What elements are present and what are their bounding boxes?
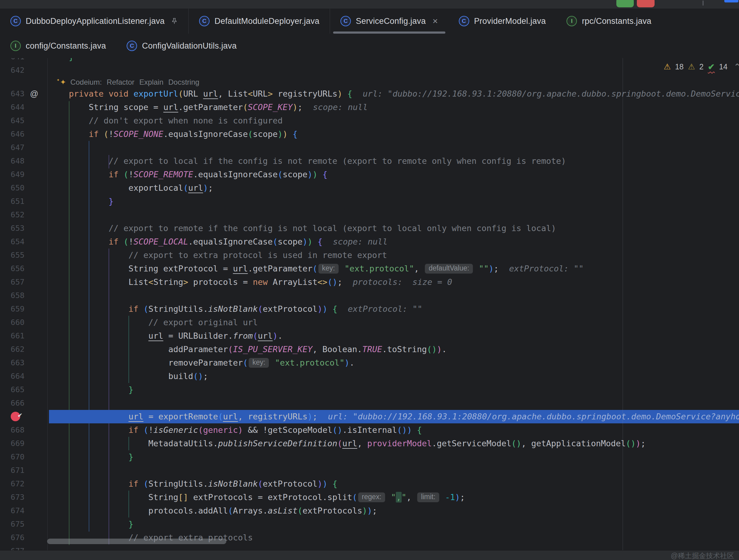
code-text[interactable]: List<String> protocols = new ArrayList<>… <box>49 275 739 289</box>
code-line[interactable]: 641 } <box>0 58 739 63</box>
code-editor[interactable]: 641 }642✦✦Codeium:RefactorExplainDocstri… <box>0 58 739 550</box>
line-number[interactable]: 645 <box>0 114 24 128</box>
line-number[interactable]: 676 <box>0 531 24 544</box>
gutter[interactable] <box>24 248 49 262</box>
ok-count[interactable]: 14 <box>719 62 728 71</box>
line-number[interactable]: 656 <box>0 262 24 275</box>
code-text[interactable]: url = exportRemote(url, registryURLs);ur… <box>49 410 739 423</box>
gutter[interactable] <box>24 356 49 370</box>
gutter[interactable] <box>24 410 49 423</box>
code-line[interactable]: 675 } <box>0 518 739 531</box>
tab-providermodel-java[interactable]: CProviderModel.java <box>448 9 556 34</box>
line-number[interactable]: 664 <box>0 370 24 383</box>
gutter[interactable] <box>24 437 49 450</box>
run-button[interactable] <box>616 0 634 7</box>
code-line[interactable]: 646 if (!SCOPE_NONE.equalsIgnoreCase(sco… <box>0 128 739 141</box>
gutter[interactable] <box>24 63 49 77</box>
gutter[interactable] <box>24 222 49 235</box>
code-text[interactable]: } <box>49 58 739 63</box>
gutter[interactable] <box>24 544 49 550</box>
code-text[interactable]: removeParameter(key: "ext.protocol"). <box>49 356 739 370</box>
line-number[interactable]: 657 <box>0 275 24 289</box>
close-icon[interactable]: × <box>433 16 438 26</box>
line-number[interactable]: 677 <box>0 544 24 550</box>
code-line[interactable]: 650 exportLocal(url); <box>0 181 739 195</box>
warning-count[interactable]: 18 <box>675 62 684 71</box>
gutter[interactable] <box>24 302 49 316</box>
code-text[interactable]: String[] extProtocols = extProtocol.spli… <box>49 491 739 504</box>
code-line[interactable]: 657 List<String> protocols = new ArrayLi… <box>0 275 739 289</box>
code-text[interactable]: exportLocal(url); <box>49 181 739 195</box>
gutter[interactable] <box>24 383 49 396</box>
code-line[interactable]: 651 } <box>0 195 739 208</box>
tab-dubbodeployapplicationlistener-java[interactable]: CDubboDeployApplicationListener.java <box>0 9 189 34</box>
code-line[interactable]: 654 if (!SCOPE_LOCAL.equalsIgnoreCase(sc… <box>0 235 739 248</box>
line-number[interactable]: 641 <box>0 58 24 63</box>
code-line[interactable]: 658 <box>0 289 739 302</box>
code-line[interactable]: 660 // export original url <box>0 316 739 329</box>
code-line[interactable]: 671 <box>0 464 739 477</box>
codeium-hint-line[interactable]: ✦✦Codeium:RefactorExplainDocstring <box>0 77 739 87</box>
code-text[interactable]: // don't export when none is configured <box>49 114 739 128</box>
gutter[interactable] <box>24 141 49 154</box>
code-line[interactable]: 669 MetadataUtils.publishServiceDefiniti… <box>0 437 739 450</box>
code-text[interactable]: if (StringUtils.isNotBlank(extProtocol))… <box>49 302 739 316</box>
gutter[interactable] <box>24 208 49 222</box>
code-line[interactable]: 647 <box>0 141 739 154</box>
line-number[interactable]: 651 <box>0 195 24 208</box>
code-text[interactable]: if (StringUtils.isNotBlank(extProtocol))… <box>49 477 739 491</box>
code-line[interactable]: 656 String extProtocol = url.getParamete… <box>0 262 739 275</box>
line-number[interactable]: 646 <box>0 128 24 141</box>
code-line[interactable]: 677 <box>0 544 739 550</box>
code-line[interactable]: 664 build(); <box>0 370 739 383</box>
tab-serviceconfig-java[interactable]: CServiceConfig.java× <box>330 9 448 34</box>
gutter[interactable] <box>24 101 49 114</box>
code-line[interactable]: 645 // don't export when none is configu… <box>0 114 739 128</box>
gutter[interactable] <box>24 195 49 208</box>
code-text[interactable]: // export original url <box>49 316 739 329</box>
code-text[interactable] <box>49 464 739 477</box>
line-number[interactable]: 647 <box>0 141 24 154</box>
code-text[interactable]: // export to extra protocol is used in r… <box>49 248 739 262</box>
code-line[interactable]: 648 // export to local if the config is … <box>0 154 739 168</box>
code-line[interactable]: 668 if (!isGeneric(generic) && !getScope… <box>0 423 739 437</box>
code-text[interactable]: addParameter(IS_PU_SERVER_KEY, Boolean.T… <box>49 343 739 356</box>
line-number[interactable]: 653 <box>0 222 24 235</box>
gutter[interactable] <box>24 154 49 168</box>
code-text[interactable]: String extProtocol = url.getParameter(ke… <box>49 262 739 275</box>
gutter[interactable] <box>24 77 49 87</box>
inspections-widget[interactable]: ⚠ 18 ⚠ 2 ✔ 14 ⌃ <box>664 62 739 72</box>
line-number[interactable]: 658 <box>0 289 24 302</box>
line-number[interactable]: 668 <box>0 423 24 437</box>
tab-defaultmoduledeployer-java[interactable]: CDefaultModuleDeployer.java <box>189 9 330 34</box>
code-line[interactable]: url = exportRemote(url, registryURLs);ur… <box>0 410 739 423</box>
code-line[interactable]: 662 addParameter(IS_PU_SERVER_KEY, Boole… <box>0 343 739 356</box>
tab-rpc-constants-java[interactable]: Irpc/Constants.java <box>556 9 661 34</box>
gutter[interactable]: @ <box>24 87 49 101</box>
line-number[interactable]: 660 <box>0 316 24 329</box>
horizontal-scrollbar[interactable] <box>47 539 227 544</box>
gutter[interactable] <box>24 491 49 504</box>
gutter[interactable] <box>24 289 49 302</box>
code-line[interactable]: 659 if (StringUtils.isNotBlank(extProtoc… <box>0 302 739 316</box>
gutter[interactable] <box>24 262 49 275</box>
line-number[interactable]: 662 <box>0 343 24 356</box>
code-text[interactable]: if (!SCOPE_REMOTE.equalsIgnoreCase(scope… <box>49 168 739 181</box>
line-number[interactable]: 644 <box>0 101 24 114</box>
line-number[interactable]: 659 <box>0 302 24 316</box>
line-number[interactable]: 654 <box>0 235 24 248</box>
line-number[interactable] <box>0 77 24 87</box>
gutter[interactable] <box>24 329 49 343</box>
line-number[interactable]: 672 <box>0 477 24 491</box>
gutter[interactable] <box>24 504 49 518</box>
code-line[interactable]: 666 <box>0 396 739 410</box>
gutter[interactable] <box>24 275 49 289</box>
code-text[interactable] <box>49 208 739 222</box>
code-text[interactable]: build(); <box>49 370 739 383</box>
code-text[interactable]: // export to local if the config is not … <box>49 154 739 168</box>
gutter[interactable] <box>24 343 49 356</box>
code-line[interactable]: 643@ private void exportUrl(URL url, Lis… <box>0 87 739 101</box>
line-number[interactable]: 671 <box>0 464 24 477</box>
line-number[interactable]: 649 <box>0 168 24 181</box>
code-line[interactable]: 644 String scope = url.getParameter(SCOP… <box>0 101 739 114</box>
